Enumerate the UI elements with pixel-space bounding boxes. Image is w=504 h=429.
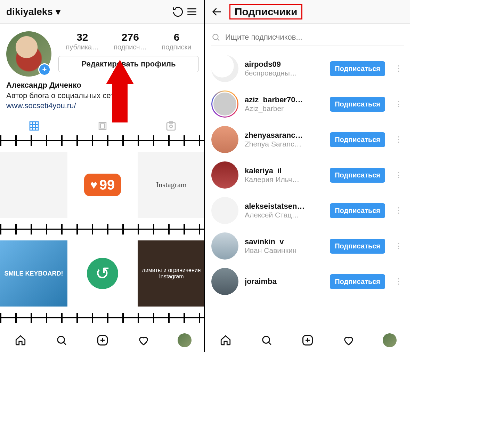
svg-point-19 [213,34,218,39]
follower-avatar[interactable] [211,55,238,82]
follower-username: joraimba [245,277,324,286]
nav-home-icon[interactable] [14,333,27,347]
menu-icon[interactable] [185,5,199,19]
edit-profile-button[interactable]: Редактировать профиль [58,56,199,72]
follower-username: aziz_barber70… [245,95,324,104]
follower-row[interactable]: alekseistatsen…Алексей Стац…Подписаться⋮ [205,193,410,228]
more-icon[interactable]: ⋮ [391,100,404,109]
post-tile[interactable]: SMILE KEYBOARD! [0,240,67,307]
svg-point-21 [263,336,270,343]
follower-displayname: Иван Савинкин [245,246,324,255]
search-icon [211,33,220,42]
follower-username: savinkin_v [245,237,324,246]
add-story-icon[interactable]: + [38,63,51,76]
follower-avatar[interactable] [211,232,238,260]
profile-avatar[interactable]: + [6,31,51,77]
post-tile[interactable]: 99 [69,152,136,218]
activity-icon[interactable] [171,5,185,19]
more-icon[interactable]: ⋮ [391,206,404,215]
follower-displayname: Алексей Стац… [245,211,324,219]
post-tile[interactable]: лимиты и ограничения Instagram [138,240,205,307]
svg-rect-9 [100,124,105,128]
followers-topbar: Подписчики [205,0,410,24]
tab-grid[interactable] [0,116,68,135]
follow-button[interactable]: Подписаться [330,239,385,254]
follower-displayname: беспроводны… [245,69,324,77]
more-icon[interactable]: ⋮ [391,277,404,286]
follower-username: airpods09 [245,60,324,69]
followers-list: airpods09беспроводны…Подписаться⋮aziz_ba… [205,51,410,328]
follower-avatar[interactable] [211,126,238,153]
svg-point-13 [58,336,65,343]
nav-profile-icon[interactable] [178,333,192,347]
back-icon[interactable] [210,5,224,19]
profile-name: Александр Диченко [6,80,199,90]
bottom-nav [205,328,410,352]
follower-username: kaleriya_il [245,166,324,175]
follow-button[interactable]: Подписаться [330,97,385,112]
nav-search-icon[interactable] [260,333,274,347]
svg-rect-10 [167,122,175,130]
nav-profile-icon[interactable] [383,333,397,347]
grid-decor [0,313,205,323]
tab-feed[interactable] [68,116,137,135]
svg-line-14 [64,342,66,344]
profile-tabs [0,116,205,135]
nav-activity-icon[interactable] [137,333,151,347]
svg-rect-3 [30,122,38,130]
follower-avatar[interactable] [211,161,238,189]
svg-point-11 [170,125,172,128]
profile-screen: dikiyaleks ▾ + 32 публика… [0,0,205,352]
nav-home-icon[interactable] [219,333,233,347]
follower-username: zhenyasaranc… [245,131,324,140]
tab-tagged[interactable] [137,116,205,135]
follow-button[interactable]: Подписаться [330,203,385,218]
bottom-nav [0,328,205,352]
follower-row[interactable]: aziz_barber70…Aziz_barberПодписаться⋮ [205,86,410,122]
more-icon[interactable]: ⋮ [391,135,404,144]
follower-avatar[interactable] [211,197,238,224]
grid-decor [0,224,205,235]
profile-link[interactable]: www.socseti4you.ru/ [6,101,199,111]
follower-row[interactable]: zhenyasaranc…Zhenya Saranc…Подписаться⋮ [205,122,410,157]
follower-avatar[interactable] [211,268,238,295]
follow-button[interactable]: Подписаться [330,274,385,289]
follow-button[interactable]: Подписаться [330,61,385,76]
chevron-down-icon: ▾ [56,6,60,17]
follow-button[interactable]: Подписаться [330,168,385,183]
stat-following[interactable]: 6 подписки [162,31,191,51]
followers-title: Подписчики [229,4,302,19]
more-icon[interactable]: ⋮ [391,241,404,251]
svg-line-20 [217,39,219,40]
svg-line-22 [269,342,271,344]
stat-posts[interactable]: 32 публика… [66,31,99,51]
follower-displayname: Zhenya Saranc… [245,140,324,148]
post-tile[interactable]: Instagram [138,152,205,218]
follower-row[interactable]: savinkin_vИван СавинкинПодписаться⋮ [205,228,410,264]
follower-row[interactable]: airpods09беспроводны…Подписаться⋮ [205,51,410,86]
stat-followers[interactable]: 276 подписч… [114,31,147,51]
posts-grid: 99 Instagram SMILE KEYBOARD! ↺ лимиты и … [0,135,205,328]
nav-add-icon[interactable] [96,333,109,347]
follower-displayname: Калерия Ильч… [245,175,324,184]
more-icon[interactable]: ⋮ [391,170,404,180]
profile-bio: Александр Диченко Автор блога о социальн… [0,80,205,116]
nav-activity-icon[interactable] [342,333,356,347]
follower-avatar[interactable] [211,90,238,118]
post-tile[interactable]: ↺ [69,240,136,307]
more-icon[interactable]: ⋮ [391,64,404,73]
follow-button[interactable]: Подписаться [330,132,385,147]
nav-search-icon[interactable] [55,333,68,347]
follower-row[interactable]: kaleriya_ilКалерия Ильч…Подписаться⋮ [205,157,410,193]
follower-username: alekseistatsen… [245,202,324,211]
username-dropdown[interactable]: dikiyaleks ▾ [6,6,60,17]
followers-screen: Подписчики airpods09беспроводны…Подписат… [205,0,410,352]
search-input[interactable] [225,33,404,42]
follower-row[interactable]: joraimbaПодписаться⋮ [205,264,410,299]
grid-decor [0,135,205,146]
followers-search[interactable] [211,29,404,46]
nav-add-icon[interactable] [301,333,315,347]
profile-topbar: dikiyaleks ▾ [0,0,205,24]
post-tile[interactable] [0,152,67,218]
follower-displayname: Aziz_barber [245,104,324,113]
